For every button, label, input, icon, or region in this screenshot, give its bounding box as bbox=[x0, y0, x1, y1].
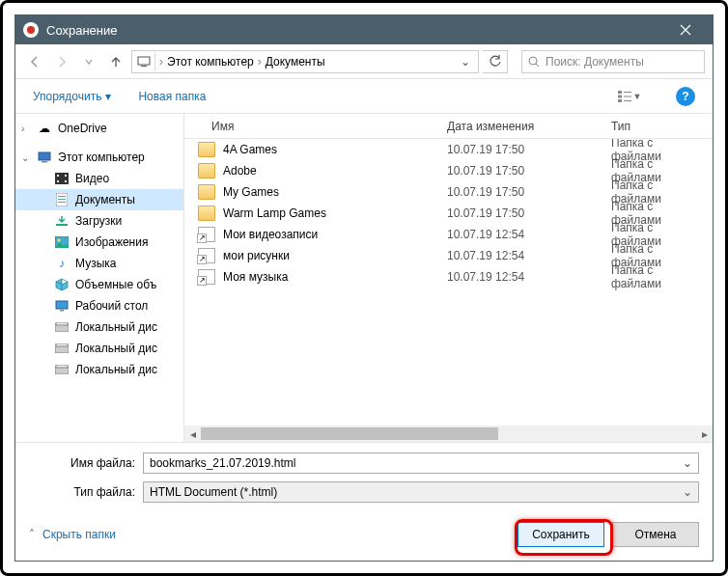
svg-rect-9 bbox=[39, 152, 50, 160]
file-name: 4A Games bbox=[223, 143, 277, 156]
tree-local-disk-2[interactable]: Локальный дис bbox=[15, 338, 183, 359]
breadcrumb-sep-icon: › bbox=[159, 55, 163, 69]
recent-dropdown[interactable] bbox=[77, 50, 100, 73]
svg-rect-12 bbox=[57, 175, 59, 177]
help-button[interactable]: ? bbox=[676, 87, 695, 106]
svg-rect-10 bbox=[42, 161, 47, 163]
tree-music[interactable]: ♪Музыка bbox=[15, 253, 183, 274]
svg-rect-4 bbox=[618, 95, 622, 97]
horizontal-scrollbar[interactable]: ◂ ▸ bbox=[184, 425, 713, 442]
tree-onedrive[interactable]: ›☁OneDrive bbox=[15, 118, 183, 139]
folder-icon bbox=[198, 206, 215, 221]
file-date: 10.07.19 17:50 bbox=[435, 206, 600, 220]
tree-pictures[interactable]: Изображения bbox=[15, 232, 183, 253]
close-button[interactable] bbox=[666, 15, 705, 44]
svg-rect-6 bbox=[624, 92, 631, 93]
tree-videos[interactable]: Видео bbox=[15, 168, 183, 189]
svg-rect-7 bbox=[624, 96, 631, 96]
file-row[interactable]: Моя музыка10.07.19 12:54Папка с файлами bbox=[184, 266, 713, 288]
address-bar[interactable]: › Этот компьютер › Документы ⌄ bbox=[131, 50, 479, 73]
nav-bar: › Этот компьютер › Документы ⌄ Поиск: До… bbox=[15, 44, 713, 79]
drive-icon bbox=[54, 341, 70, 356]
file-name: Warm Lamp Games bbox=[223, 206, 326, 220]
save-button[interactable]: Сохранить bbox=[518, 522, 604, 547]
title-bar: Сохранение bbox=[15, 15, 713, 44]
file-date: 10.07.19 17:50 bbox=[435, 164, 600, 178]
tree-downloads[interactable]: Загрузки bbox=[15, 210, 183, 232]
file-name: Adobe bbox=[223, 164, 257, 178]
tree-local-disk-1[interactable]: Локальный дис bbox=[15, 316, 183, 338]
filetype-label: Тип файла: bbox=[29, 485, 135, 499]
tree-desktop[interactable]: Рабочий стол bbox=[15, 295, 183, 316]
back-button[interactable] bbox=[23, 50, 46, 73]
svg-rect-17 bbox=[58, 196, 66, 197]
video-icon bbox=[54, 171, 70, 186]
file-list: 4A Games10.07.19 17:50Папка с файламиAdo… bbox=[184, 139, 713, 425]
toolbar: Упорядочить▾ Новая папка ▼ ? bbox=[15, 79, 713, 114]
window-title: Сохранение bbox=[46, 23, 666, 38]
svg-rect-19 bbox=[58, 202, 66, 203]
shortcut-icon bbox=[198, 227, 215, 242]
scroll-left-icon[interactable]: ◂ bbox=[184, 425, 201, 442]
svg-rect-14 bbox=[65, 175, 67, 177]
file-date: 10.07.19 12:54 bbox=[435, 249, 600, 262]
tree-local-disk-3[interactable]: Локальный дис bbox=[15, 359, 183, 380]
view-options-button[interactable]: ▼ bbox=[610, 86, 649, 107]
view-icon bbox=[618, 91, 631, 102]
tree-this-pc[interactable]: ⌄Этот компьютер bbox=[15, 147, 183, 168]
forward-button[interactable] bbox=[50, 50, 73, 73]
music-icon: ♪ bbox=[54, 256, 70, 271]
cube-icon bbox=[54, 277, 70, 292]
chevron-down-icon: ▼ bbox=[633, 92, 642, 101]
search-placeholder: Поиск: Документы bbox=[546, 55, 644, 69]
new-folder-button[interactable]: Новая папка bbox=[138, 90, 206, 103]
svg-rect-26 bbox=[56, 322, 68, 325]
file-name: My Games bbox=[223, 185, 279, 199]
breadcrumb-folder[interactable]: Документы bbox=[266, 55, 325, 69]
file-name: Мои видеозаписи bbox=[223, 228, 318, 241]
chevron-down-icon[interactable]: ⌄ bbox=[683, 456, 692, 470]
svg-rect-24 bbox=[60, 310, 64, 312]
download-icon bbox=[54, 213, 70, 229]
file-type: Папка с файлами bbox=[600, 263, 713, 290]
footer: ˄ Скрыть папки Сохранить Отмена bbox=[15, 512, 713, 561]
shortcut-icon bbox=[198, 248, 215, 263]
svg-rect-0 bbox=[138, 57, 150, 65]
chevron-down-icon[interactable]: ⌄ bbox=[683, 485, 692, 499]
svg-rect-15 bbox=[65, 180, 67, 182]
tree-3d-objects[interactable]: Объемные объ bbox=[15, 274, 183, 295]
cancel-button[interactable]: Отмена bbox=[612, 522, 699, 547]
svg-point-2 bbox=[529, 57, 537, 65]
filetype-select[interactable]: HTML Document (*.html) ⌄ bbox=[143, 481, 699, 503]
organize-button[interactable]: Упорядочить▾ bbox=[33, 90, 111, 103]
column-type[interactable]: Тип bbox=[600, 120, 713, 133]
svg-rect-3 bbox=[618, 91, 622, 94]
shortcut-icon bbox=[198, 269, 215, 285]
refresh-button[interactable] bbox=[483, 50, 508, 73]
svg-rect-5 bbox=[618, 99, 622, 102]
picture-icon bbox=[54, 234, 70, 250]
address-dropdown[interactable]: ⌄ bbox=[457, 55, 474, 69]
search-icon bbox=[528, 56, 540, 68]
folder-icon bbox=[198, 163, 215, 178]
collapse-icon[interactable]: ⌄ bbox=[21, 152, 31, 163]
tree-documents[interactable]: Документы bbox=[15, 189, 183, 210]
svg-rect-13 bbox=[57, 180, 59, 182]
folder-tree: ›☁OneDrive ⌄Этот компьютер Видео Докумен… bbox=[15, 114, 184, 442]
column-date[interactable]: Дата изменения bbox=[435, 120, 600, 133]
search-input[interactable]: Поиск: Документы bbox=[521, 50, 705, 73]
column-name[interactable]: Имя bbox=[184, 120, 435, 133]
pc-icon bbox=[37, 150, 52, 165]
breadcrumb-root[interactable]: Этот компьютер bbox=[167, 55, 254, 69]
expand-icon[interactable]: › bbox=[21, 123, 31, 134]
svg-rect-11 bbox=[55, 173, 69, 184]
up-button[interactable] bbox=[104, 50, 127, 73]
chevron-up-icon: ˄ bbox=[29, 528, 35, 541]
file-name: Моя музыка bbox=[223, 270, 288, 284]
scroll-right-icon[interactable]: ▸ bbox=[696, 425, 713, 442]
scroll-thumb[interactable] bbox=[201, 427, 498, 440]
desktop-icon bbox=[54, 298, 70, 314]
hide-folders-link[interactable]: Скрыть папки bbox=[42, 528, 116, 541]
filename-input[interactable]: bookmarks_21.07.2019.html ⌄ bbox=[143, 453, 699, 474]
file-pane: Имя Дата изменения Тип 4A Games10.07.19 … bbox=[184, 114, 713, 442]
